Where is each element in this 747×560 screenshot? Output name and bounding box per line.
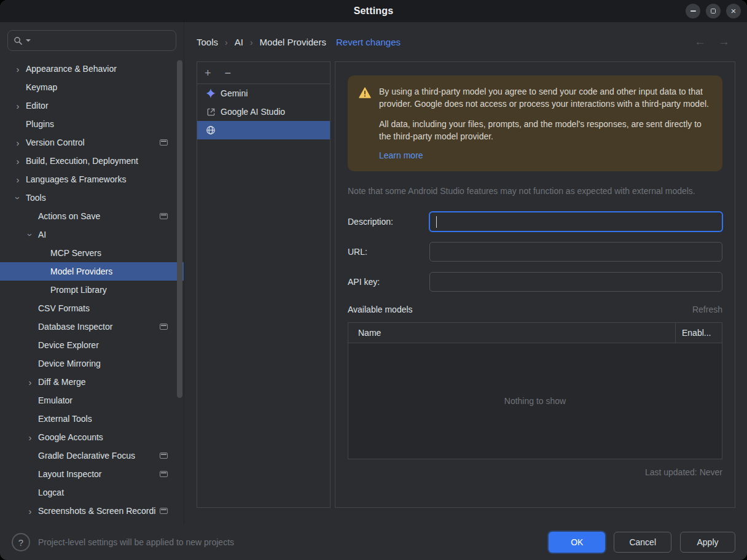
- sidebar-item-tools[interactable]: Tools: [0, 189, 184, 207]
- sidebar-item-emulator[interactable]: Emulator: [0, 391, 184, 410]
- back-icon[interactable]: [694, 35, 706, 49]
- sidebar-item-version-control[interactable]: Version Control: [0, 133, 184, 152]
- remove-provider-icon[interactable]: [225, 68, 232, 79]
- provider-item-google-ai-studio[interactable]: Google AI Studio: [197, 103, 330, 121]
- project-level-icon: [160, 324, 168, 330]
- sidebar-item-logcat[interactable]: Logcat: [0, 483, 184, 502]
- sidebar-item-device-explorer[interactable]: Device Explorer: [0, 336, 184, 354]
- breadcrumb-segment-tools[interactable]: Tools: [197, 37, 235, 47]
- settings-tree: Appearance & Behavior Keymap Editor Plug…: [0, 60, 184, 520]
- globe-icon: [206, 125, 216, 135]
- sidebar-item-csv-formats[interactable]: CSV Formats: [0, 299, 184, 317]
- url-input[interactable]: [436, 247, 716, 257]
- cancel-button[interactable]: Cancel: [614, 532, 671, 553]
- ok-button[interactable]: OK: [549, 532, 605, 553]
- project-level-icon: [160, 213, 168, 219]
- sidebar-item-layout-inspector[interactable]: Layout Inspector: [0, 465, 184, 483]
- url-label: URL:: [348, 247, 429, 257]
- apply-button[interactable]: Apply: [680, 532, 735, 553]
- refresh-button[interactable]: Refresh: [692, 305, 722, 314]
- chevron-right-icon: [10, 138, 26, 148]
- chevron-right-icon: [22, 432, 38, 443]
- footer-buttons: OK Cancel Apply: [549, 532, 735, 553]
- sidebar-item-screenshots-screen-recording[interactable]: Screenshots & Screen Recordi: [0, 502, 184, 520]
- gemini-icon: [206, 88, 216, 98]
- api-key-field: [429, 272, 722, 292]
- provider-list-panel: Gemini Google AI Studio: [197, 61, 330, 508]
- sidebar-item-editor[interactable]: Editor: [0, 96, 184, 115]
- chevron-right-icon: [22, 506, 38, 516]
- sidebar-item-google-accounts[interactable]: Google Accounts: [0, 428, 184, 446]
- text-caret: [436, 216, 437, 228]
- add-provider-icon[interactable]: [205, 68, 211, 79]
- sidebar-item-external-tools[interactable]: External Tools: [0, 410, 184, 428]
- chevron-right-icon: [10, 156, 26, 166]
- breadcrumb-segment-model-providers: Model Providers: [260, 37, 326, 47]
- sidebar-item-ai[interactable]: AI: [0, 225, 184, 244]
- sidebar-item-appearance-behavior[interactable]: Appearance & Behavior: [0, 60, 184, 78]
- maximize-button[interactable]: [706, 4, 721, 18]
- sidebar-item-prompt-library[interactable]: Prompt Library: [0, 281, 184, 299]
- models-table-empty-state: Nothing to show: [348, 343, 722, 459]
- minimize-button[interactable]: [686, 4, 700, 18]
- help-icon[interactable]: [12, 533, 30, 551]
- sidebar-item-device-mirroring[interactable]: Device Mirroring: [0, 354, 184, 373]
- sidebar-item-actions-on-save[interactable]: Actions on Save: [0, 207, 184, 225]
- enabled-column-header[interactable]: Enabl...: [675, 323, 722, 343]
- breadcrumb-segment-ai[interactable]: AI: [235, 37, 260, 47]
- search-icon: [14, 36, 23, 45]
- search-options-chevron-icon[interactable]: [26, 39, 31, 42]
- project-level-icon: [160, 471, 168, 477]
- chevron-right-icon: [10, 101, 26, 111]
- name-column-header[interactable]: Name: [348, 323, 675, 343]
- sidebar-item-mcp-servers[interactable]: MCP Servers: [0, 244, 184, 262]
- sidebar-item-keymap[interactable]: Keymap: [0, 78, 184, 96]
- sidebar-item-database-inspector[interactable]: Database Inspector: [0, 317, 184, 336]
- sidebar-item-model-providers[interactable]: Model Providers: [0, 262, 184, 281]
- project-level-icon: [160, 508, 168, 514]
- minimize-icon: [690, 10, 696, 12]
- api-key-input[interactable]: [436, 277, 716, 287]
- provider-item-gemini[interactable]: Gemini: [197, 84, 330, 103]
- settings-window: Settings Appearance & Behavior Keymap Ed…: [0, 0, 747, 560]
- project-level-icon: [160, 453, 168, 459]
- search-input[interactable]: [34, 36, 170, 45]
- sidebar-item-build-execution-deployment[interactable]: Build, Execution, Deployment: [0, 152, 184, 170]
- sidebar-item-diff-merge[interactable]: Diff & Merge: [0, 373, 184, 391]
- forward-icon[interactable]: [718, 35, 730, 49]
- url-field: [429, 242, 722, 262]
- window-controls: [686, 4, 741, 18]
- revert-changes-link[interactable]: Revert changes: [336, 37, 401, 47]
- sidebar-item-languages-frameworks[interactable]: Languages & Frameworks: [0, 170, 184, 189]
- third-party-warning-banner: By using a third-party model you agree t…: [348, 76, 722, 171]
- chevron-down-icon: [10, 193, 26, 203]
- provider-item-new[interactable]: [197, 121, 330, 139]
- main-area: Tools AI Model Providers Revert changes: [184, 22, 747, 524]
- sidebar-item-plugins[interactable]: Plugins: [0, 115, 184, 133]
- close-icon: [731, 6, 737, 17]
- models-table: Name Enabl... Nothing to show: [348, 322, 722, 459]
- settings-search-box[interactable]: [7, 30, 176, 51]
- warning-icon: [359, 86, 371, 162]
- url-row: URL:: [348, 242, 722, 262]
- chevron-right-icon: [10, 174, 26, 185]
- available-models-label: Available models: [348, 305, 413, 314]
- learn-more-link[interactable]: Learn more: [379, 150, 423, 160]
- description-input[interactable]: [436, 217, 716, 227]
- titlebar: Settings: [0, 0, 747, 22]
- close-button[interactable]: [726, 4, 741, 18]
- breadcrumb: Tools AI Model Providers Revert changes: [184, 22, 747, 61]
- provider-detail-panel: By using a third-party model you agree t…: [335, 61, 735, 508]
- chevron-right-icon: [22, 377, 38, 387]
- sidebar-item-gradle-declarative-focus[interactable]: Gradle Declarative Focus: [0, 446, 184, 465]
- maximize-icon: [711, 9, 716, 14]
- last-updated-label: Last updated: Never: [348, 467, 722, 477]
- warning-text: By using a third-party model you agree t…: [379, 86, 711, 162]
- models-table-header: Name Enabl...: [348, 323, 722, 343]
- sidebar-scrollbar[interactable]: [177, 60, 182, 398]
- description-label: Description:: [348, 217, 429, 227]
- project-level-icon: [160, 139, 168, 146]
- api-key-row: API key:: [348, 272, 722, 292]
- chevron-right-icon: [10, 64, 26, 74]
- provider-toolbar: [197, 62, 330, 84]
